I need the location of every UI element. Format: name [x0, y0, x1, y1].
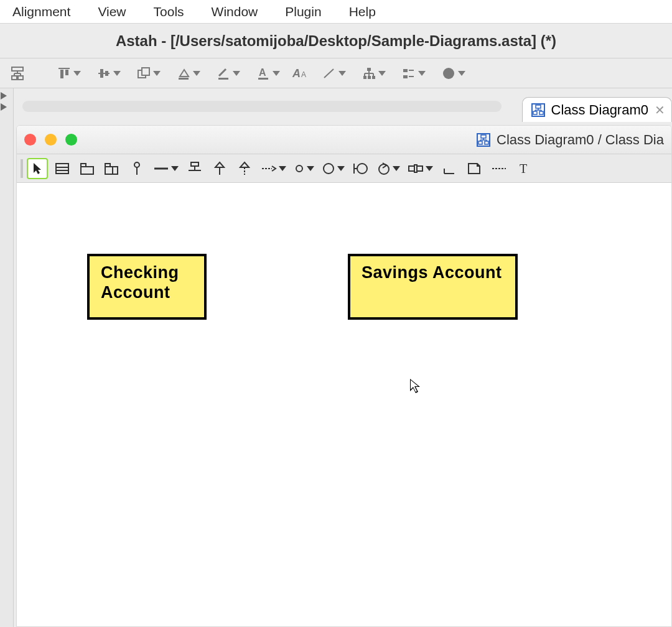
class-tool[interactable]: [52, 158, 73, 179]
tab-close-icon[interactable]: ✕: [655, 103, 665, 118]
svg-point-74: [379, 164, 389, 174]
interface-tool-dropdown[interactable]: [320, 158, 347, 179]
svg-rect-56: [81, 167, 93, 174]
arrange-dropdown[interactable]: [132, 63, 166, 83]
ruler-marker-icon[interactable]: [1, 92, 7, 100]
dependency-tool-dropdown[interactable]: [259, 158, 288, 179]
shape-fill-dropdown[interactable]: [437, 63, 470, 83]
note-anchor-tool[interactable]: [488, 158, 510, 179]
tab-label: Class Diagram0: [551, 102, 649, 118]
font-style-button[interactable]: AA: [291, 63, 311, 83]
svg-rect-63: [191, 162, 198, 166]
uml-class-1[interactable]: Savings Account: [348, 254, 518, 320]
entity-tool[interactable]: [350, 158, 371, 179]
svg-rect-16: [218, 78, 228, 80]
document-titlebar: Class Diagram0 / Class Dia: [17, 126, 671, 154]
svg-line-21: [324, 69, 334, 78]
format-toolbar: A AA: [0, 58, 672, 88]
class-diagram-icon: [477, 133, 490, 147]
horizontal-scrollbar[interactable]: [22, 101, 502, 112]
svg-rect-22: [367, 68, 371, 71]
svg-text:A: A: [292, 67, 301, 80]
svg-rect-18: [258, 78, 268, 80]
svg-rect-2: [18, 76, 23, 80]
menu-window[interactable]: Window: [212, 4, 258, 19]
svg-point-71: [357, 164, 367, 174]
svg-rect-0: [12, 67, 23, 71]
svg-rect-58: [105, 167, 118, 174]
stereotype-dropdown[interactable]: [397, 63, 431, 83]
left-ruler: [0, 88, 14, 627]
svg-rect-31: [403, 69, 408, 72]
required-interface-dropdown[interactable]: [292, 158, 316, 179]
window-title: Astah - [/Users/satomijoba/Desktop/Sampl…: [0, 24, 672, 58]
fill-color-dropdown[interactable]: [172, 63, 205, 83]
mouse-cursor-icon: [409, 378, 421, 394]
menu-tools[interactable]: Tools: [154, 4, 184, 19]
svg-point-70: [324, 164, 334, 174]
line-style-dropdown[interactable]: [317, 63, 351, 83]
svg-rect-25: [372, 76, 375, 79]
svg-text:A: A: [301, 70, 306, 79]
zoom-window-icon[interactable]: [65, 134, 77, 146]
svg-rect-76: [414, 165, 417, 172]
diagram-tab-bar: Class Diagram0 ✕: [14, 97, 672, 123]
svg-point-35: [443, 68, 454, 79]
ruler-marker-icon[interactable]: [1, 103, 7, 111]
svg-rect-47: [485, 141, 488, 144]
svg-rect-39: [539, 111, 543, 114]
association-tool-dropdown[interactable]: [151, 158, 180, 179]
association-class-tool[interactable]: [184, 158, 205, 179]
text-tool[interactable]: T: [513, 158, 534, 179]
menu-view[interactable]: View: [98, 4, 126, 19]
svg-rect-9: [65, 70, 68, 75]
svg-rect-46: [478, 141, 482, 144]
svg-rect-15: [179, 78, 189, 80]
svg-rect-23: [363, 76, 366, 79]
hierarchy-dropdown[interactable]: [357, 63, 391, 83]
close-window-icon[interactable]: [24, 134, 36, 146]
align-top-dropdown[interactable]: [52, 63, 86, 83]
svg-rect-45: [481, 135, 486, 138]
document-title-text: Class Diagram0 / Class Dia: [497, 132, 664, 148]
note-tool[interactable]: [464, 158, 485, 179]
svg-rect-32: [403, 75, 408, 78]
svg-point-60: [134, 162, 139, 167]
svg-rect-11: [100, 69, 103, 78]
diagram-canvas[interactable]: Checking AccountSavings Account: [17, 183, 671, 626]
menu-alignment[interactable]: Alignment: [12, 4, 70, 19]
containment-tool[interactable]: [439, 158, 460, 179]
svg-text:A: A: [259, 67, 266, 78]
svg-rect-52: [56, 164, 68, 174]
menu-help[interactable]: Help: [349, 4, 376, 19]
interface-lollipop-tool[interactable]: [126, 158, 147, 179]
minimize-window-icon[interactable]: [45, 134, 57, 146]
class-diagram-icon: [531, 103, 545, 117]
selection-tool[interactable]: [27, 158, 48, 179]
uml-class-0[interactable]: Checking Account: [87, 254, 207, 320]
svg-rect-37: [536, 105, 541, 108]
generalization-tool[interactable]: [209, 158, 230, 179]
structure-tree-icon[interactable]: [7, 63, 27, 83]
align-middle-dropdown[interactable]: [92, 63, 126, 83]
svg-rect-1: [12, 76, 17, 80]
tab-class-diagram[interactable]: Class Diagram0 ✕: [522, 97, 673, 122]
svg-point-69: [296, 165, 302, 172]
control-tool-dropdown[interactable]: [375, 158, 402, 179]
menu-bar: Alignment View Tools Window Plugin Help: [0, 0, 672, 24]
palette-grip-icon[interactable]: [21, 159, 23, 178]
svg-rect-12: [105, 71, 108, 76]
package-tool[interactable]: [77, 158, 98, 179]
window-controls: [24, 134, 77, 146]
port-tool-dropdown[interactable]: [406, 158, 435, 179]
line-color-dropdown[interactable]: [212, 63, 245, 83]
tool-palette: T: [17, 154, 671, 183]
subsystem-tool[interactable]: [101, 158, 123, 179]
font-color-dropdown[interactable]: A: [251, 63, 285, 83]
realization-tool[interactable]: [234, 158, 255, 179]
svg-rect-24: [368, 76, 371, 79]
svg-rect-14: [142, 68, 149, 75]
menu-plugin[interactable]: Plugin: [285, 4, 321, 19]
svg-text:T: T: [520, 162, 527, 175]
window-title-text: Astah - [/Users/satomijoba/Desktop/Sampl…: [116, 32, 556, 50]
